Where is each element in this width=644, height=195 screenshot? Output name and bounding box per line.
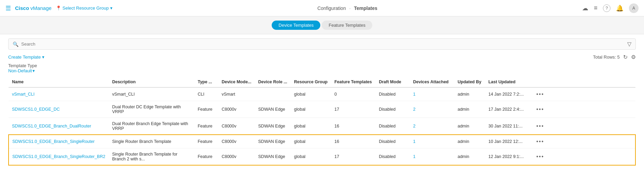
toolbar-right: Total Rows: 5 ↻ ⚙ (593, 54, 636, 60)
help-icon[interactable]: ? (603, 4, 610, 12)
table-row: SDWSCS1.0_EDGE_Branch_DualRouterDual Rou… (9, 118, 635, 135)
cell-type: CLI (194, 87, 218, 101)
hamburger-icon[interactable]: ☰ (5, 4, 11, 12)
cell-resource-group: global (291, 118, 331, 135)
col-header-name: Name (9, 77, 109, 87)
cell-draft-mode: Disabled (375, 101, 410, 118)
table-row: vSmart_CLIvSmart_CLICLIvSmartglobal0Disa… (9, 87, 635, 101)
tabs-bar: Device Templates Feature Templates (0, 16, 644, 34)
cell-last-updated: 14 Jan 2022 7:2:... (485, 87, 533, 101)
cell-device-mode: C8000v (218, 148, 255, 166)
cell-name[interactable]: SDWSCS1.0_EDGE_DC (9, 101, 109, 118)
brand-cisco-text: Cisco (15, 5, 29, 11)
create-template-button[interactable]: Create Template ▾ (8, 54, 44, 60)
cell-device-mode: C8000v (218, 118, 255, 135)
table-row: SDWSCS1.0_EDGE_DCDual Router DC Edge Tem… (9, 101, 635, 118)
header-right: ☁ ≡ ? 🔔 A (582, 3, 639, 13)
cell-type: Feature (194, 118, 218, 135)
col-header-type: Type ... (194, 77, 218, 87)
cell-actions[interactable]: ••• (533, 118, 635, 135)
cell-actions[interactable]: ••• (533, 135, 635, 148)
page-subtitle: Configuration (317, 5, 346, 11)
cell-draft-mode: Disabled (375, 148, 410, 166)
cell-updated-by: admin (454, 118, 485, 135)
cell-name[interactable]: SDWSCS1.0_EDGE_Branch_SingleRouter (9, 135, 109, 148)
cell-name[interactable]: vSmart_CLI (9, 87, 109, 101)
search-inner: 🔍 (13, 41, 627, 47)
table-wrapper: Name Description Type ... Device Mode...… (8, 77, 636, 166)
templates-table: Name Description Type ... Device Mode...… (8, 77, 636, 166)
refresh-icon[interactable]: ↻ (623, 54, 628, 60)
cell-name[interactable]: SDWSCS1.0_EDGE_Branch_SingleRouter_BR2 (9, 148, 109, 166)
brand: Cisco vManage (15, 5, 52, 11)
cell-device-role: SDWAN Edge (255, 148, 291, 166)
cell-resource-group: global (291, 135, 331, 148)
row-actions-menu[interactable]: ••• (536, 106, 544, 112)
cell-last-updated: 17 Jan 2022 2:4:... (485, 101, 533, 118)
settings-icon[interactable]: ⚙ (631, 54, 636, 60)
tab-device-templates[interactable]: Device Templates (272, 21, 320, 30)
toolbar: Create Template ▾ Total Rows: 5 ↻ ⚙ (8, 54, 636, 60)
search-bar: 🔍 ▽ (8, 38, 636, 50)
cell-last-updated: 30 Jan 2022 11:... (485, 118, 533, 135)
cell-feature-templates: 0 (331, 87, 375, 101)
cell-name[interactable]: SDWSCS1.0_EDGE_Branch_DualRouter (9, 118, 109, 135)
cell-actions[interactable]: ••• (533, 148, 635, 166)
col-header-devices-attached: Devices Attached (410, 77, 454, 87)
col-header-description: Description (109, 77, 194, 87)
row-actions-menu[interactable]: ••• (536, 123, 544, 129)
col-header-updated-by: Updated By (454, 77, 485, 87)
search-icon: 🔍 (13, 41, 18, 47)
cell-device-mode: C8000v (218, 135, 255, 148)
cell-updated-by: admin (454, 148, 485, 166)
resource-group-chevron: ▾ (110, 5, 113, 11)
cell-resource-group: global (291, 87, 331, 101)
cell-updated-by: admin (454, 101, 485, 118)
table-body: vSmart_CLIvSmart_CLICLIvSmartglobal0Disa… (9, 87, 635, 165)
cell-draft-mode: Disabled (375, 87, 410, 101)
user-avatar[interactable]: A (629, 3, 639, 13)
col-header-actions (533, 77, 635, 87)
cell-devices-attached[interactable]: 2 (410, 118, 454, 135)
cell-devices-attached[interactable]: 1 (410, 135, 454, 148)
cell-type: Feature (194, 101, 218, 118)
col-header-resource-group: Resource Group (291, 77, 331, 87)
resource-group-selector[interactable]: 📍 Select Resource Group ▾ (56, 5, 113, 11)
bell-icon[interactable]: 🔔 (616, 4, 623, 12)
cell-last-updated: 12 Jan 2022 9:1:... (485, 148, 533, 166)
template-type-chevron: ▾ (33, 68, 35, 73)
tab-feature-templates[interactable]: Feature Templates (322, 21, 372, 30)
row-actions-menu[interactable]: ••• (536, 154, 544, 159)
cell-type: Feature (194, 148, 218, 166)
cell-description: Dual Router Branch Edge Template with VR… (109, 118, 194, 135)
cell-resource-group: global (291, 148, 331, 166)
cloud-icon[interactable]: ☁ (582, 4, 588, 12)
template-type-value-text: Non-Default (8, 68, 32, 73)
cell-description: Single Router Branch Template for Branch… (109, 148, 194, 166)
header-left: ☰ Cisco vManage 📍 Select Resource Group … (5, 4, 113, 12)
template-type-label: Template Type (8, 63, 37, 68)
cell-updated-by: admin (454, 135, 485, 148)
menu-icon[interactable]: ≡ (594, 4, 597, 12)
row-actions-menu[interactable]: ••• (536, 138, 544, 144)
cell-actions[interactable]: ••• (533, 101, 635, 118)
cell-feature-templates: 17 (331, 148, 375, 166)
cell-feature-templates: 17 (331, 101, 375, 118)
template-type-selector[interactable]: Non-Default ▾ (8, 68, 636, 73)
cell-actions[interactable]: ••• (533, 87, 635, 101)
total-rows-label: Total Rows: 5 (593, 54, 620, 60)
cell-draft-mode: Disabled (375, 118, 410, 135)
search-input[interactable] (21, 41, 627, 47)
location-icon: 📍 (56, 5, 61, 11)
cell-feature-templates: 16 (331, 118, 375, 135)
cell-devices-attached[interactable]: 2 (410, 101, 454, 118)
col-header-last-updated: Last Updated (485, 77, 533, 87)
header: ☰ Cisco vManage 📍 Select Resource Group … (0, 0, 644, 16)
row-actions-menu[interactable]: ••• (536, 91, 544, 97)
cell-devices-attached[interactable]: 1 (410, 148, 454, 166)
toolbar-left: Create Template ▾ (8, 54, 44, 60)
cell-devices-attached[interactable]: 1 (410, 87, 454, 101)
col-header-device-role: Device Role ... (255, 77, 291, 87)
filter-icon[interactable]: ▽ (627, 41, 631, 47)
cell-device-role: SDWAN Edge (255, 101, 291, 118)
